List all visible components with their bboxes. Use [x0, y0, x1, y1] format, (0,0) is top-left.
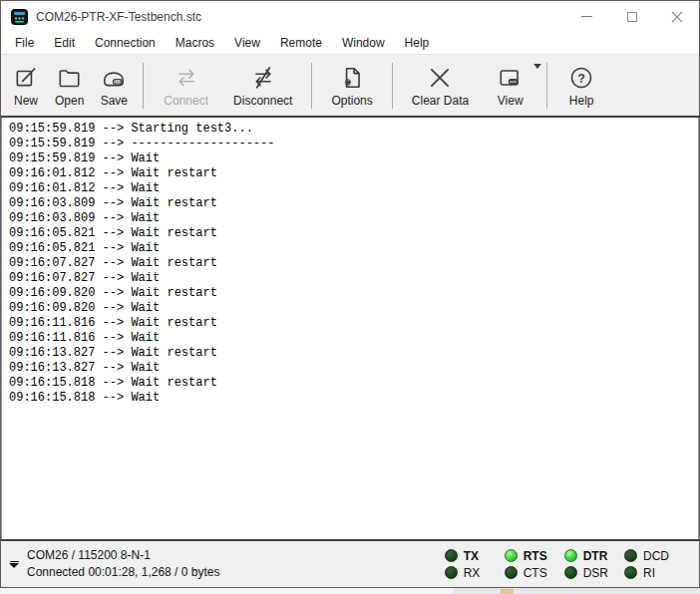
view-dropdown-caret-icon[interactable]	[533, 64, 541, 69]
menu-help[interactable]: Help	[395, 34, 440, 52]
rx-led-icon	[445, 566, 458, 579]
indicator-ri: RI	[624, 566, 669, 580]
maximize-icon	[627, 12, 637, 22]
close-button[interactable]	[654, 1, 699, 32]
window-title: COM26-PTR-XF-Testbench.stc	[36, 10, 564, 24]
maximize-button[interactable]	[609, 1, 654, 32]
menu-view[interactable]: View	[224, 34, 270, 52]
help-question-icon: ?	[568, 64, 594, 93]
signal-indicators: TX RX RTS CTS DTR DSR	[445, 549, 669, 580]
dtr-led-icon	[564, 549, 577, 562]
indicator-rx: RX	[445, 566, 489, 580]
svg-text:?: ?	[577, 72, 585, 86]
tx-led-icon	[445, 549, 458, 562]
ri-led-icon	[624, 566, 637, 579]
menu-bar: File Edit Connection Macros View Remote …	[1, 32, 699, 54]
save-button[interactable]: Save	[92, 58, 136, 114]
toolbar-separator	[546, 63, 547, 109]
port-settings-text: COM26 / 115200 8-N-1	[27, 547, 445, 564]
clear-data-button[interactable]: Clear Data	[400, 58, 481, 114]
indicator-cts: CTS	[505, 566, 548, 580]
view-window-icon	[497, 64, 524, 93]
status-bar: COM26 / 115200 8-N-1 Connected 00:01:28,…	[1, 541, 699, 587]
clear-x-icon	[427, 64, 453, 93]
save-drive-icon	[100, 64, 128, 93]
dsr-led-icon	[564, 566, 577, 579]
connect-button[interactable]: Connect	[151, 58, 221, 114]
menu-remote[interactable]: Remote	[270, 34, 332, 52]
terminal-lines: 09:15:59.819 --> Starting test3... 09:15…	[9, 122, 692, 406]
connection-stats-text: Connected 00:01:28, 1,268 / 0 bytes	[27, 564, 445, 581]
indicator-tx: TX	[445, 549, 489, 563]
view-button[interactable]: View	[481, 58, 539, 114]
options-gear-document-icon	[339, 64, 365, 93]
open-folder-icon	[56, 64, 83, 93]
status-expander-button[interactable]	[1, 561, 27, 568]
connection-status: COM26 / 115200 8-N-1 Connected 00:01:28,…	[27, 547, 445, 581]
menu-macros[interactable]: Macros	[166, 34, 224, 52]
new-button[interactable]: New	[5, 58, 47, 114]
title-bar[interactable]: COM26-PTR-XF-Testbench.stc	[1, 1, 699, 32]
close-icon	[671, 11, 683, 23]
desktop-strip-shade	[454, 588, 700, 594]
desktop-background-strip	[0, 588, 700, 594]
disconnect-arrows-icon	[249, 64, 277, 93]
app-window: COM26-PTR-XF-Testbench.stc File Edit Con…	[0, 0, 700, 588]
window-controls	[564, 1, 699, 32]
minimize-icon	[581, 16, 592, 17]
menu-edit[interactable]: Edit	[44, 34, 85, 52]
expander-bar-icon	[10, 561, 19, 562]
options-button[interactable]: Options	[319, 58, 384, 114]
terminal-log[interactable]: 09:15:59.819 --> Starting test3... 09:15…	[1, 118, 699, 539]
menu-connection[interactable]: Connection	[85, 34, 166, 52]
toolbar-separator	[311, 63, 312, 109]
indicator-rts: RTS	[505, 549, 548, 563]
disconnect-button[interactable]: Disconnect	[221, 58, 304, 114]
indicator-dtr: DTR	[564, 549, 608, 563]
help-button[interactable]: ? Help	[554, 58, 608, 114]
new-document-icon	[13, 64, 39, 93]
toolbar-separator	[143, 63, 144, 109]
menu-window[interactable]: Window	[332, 34, 395, 52]
cts-led-icon	[505, 566, 518, 579]
dcd-led-icon	[624, 549, 637, 562]
open-button[interactable]: Open	[47, 58, 92, 114]
minimize-button[interactable]	[564, 1, 609, 32]
toolbar-separator	[392, 63, 393, 109]
connect-arrows-icon	[173, 64, 200, 93]
desktop-strip-item	[501, 589, 514, 594]
rts-led-icon	[505, 549, 518, 562]
indicator-dsr: DSR	[564, 566, 608, 580]
toolbar: New Open Save	[1, 54, 699, 116]
menu-file[interactable]: File	[5, 34, 44, 52]
indicator-dcd: DCD	[624, 549, 669, 563]
expander-arrow-icon	[9, 563, 19, 568]
app-icon	[11, 9, 28, 25]
